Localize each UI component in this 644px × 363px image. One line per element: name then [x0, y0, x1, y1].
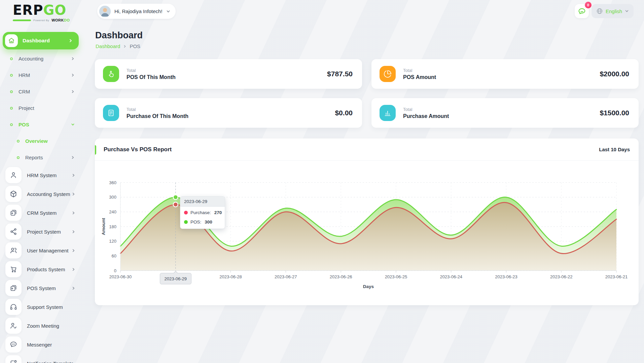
bullet-icon — [10, 74, 13, 77]
sidebar: Dashboard Accounting HRM CRM Project POS… — [0, 32, 83, 363]
stat-value: $0.00 — [335, 109, 353, 117]
sidebar-item-messenger[interactable]: Messenger — [0, 335, 83, 354]
x-axis-highlight-label: 2023-06-29 — [160, 273, 191, 284]
logo-underline — [13, 19, 31, 21]
language-label: English — [606, 8, 622, 14]
chevron-right-icon — [123, 45, 127, 48]
sidebar-item-products-system[interactable]: Products System — [0, 260, 83, 279]
sidebar-item-pos-reports[interactable]: Reports — [0, 149, 83, 166]
share-nodes-icon — [5, 224, 22, 240]
stat-title: Purchase Amount — [403, 113, 449, 119]
notification-template-icon — [5, 355, 22, 363]
chevron-right-icon — [72, 286, 75, 290]
stat-eyebrow: Total — [127, 68, 176, 73]
sidebar-item-project[interactable]: Project — [0, 100, 83, 116]
bullet-icon — [10, 107, 13, 110]
svg-text:2023-06-23: 2023-06-23 — [495, 274, 517, 279]
sidebar-item-zoom-meeting[interactable]: Zoom Meeting — [0, 316, 83, 335]
bullet-icon — [10, 90, 13, 93]
svg-text:2023-06-26: 2023-06-26 — [330, 274, 352, 279]
person-check-icon — [5, 318, 22, 334]
chevron-right-icon — [72, 249, 75, 252]
bullet-icon — [17, 156, 20, 159]
sidebar-item-pos[interactable]: POS — [0, 116, 83, 133]
sidebar-item-accounting-system[interactable]: Accounting System — [0, 185, 83, 203]
chevron-right-icon — [71, 90, 75, 93]
shopping-cart-icon — [5, 261, 22, 277]
bullet-icon — [10, 57, 13, 60]
stat-value: $787.50 — [327, 70, 353, 78]
chart-range-label: Last 10 Days — [599, 147, 630, 152]
svg-text:180: 180 — [109, 224, 116, 229]
sidebar-item-notification-template[interactable]: Notification Template — [0, 354, 83, 363]
tooltip-row-purchase: Purchase: 270 — [180, 207, 225, 216]
sidebar-item-pos-system[interactable]: POS System — [0, 279, 83, 297]
chevron-down-icon — [166, 9, 170, 13]
chevron-right-icon — [71, 156, 75, 159]
notification-badge: 0 — [585, 2, 592, 8]
invoice-icon — [103, 105, 119, 121]
stat-value: $1500.00 — [600, 109, 629, 117]
app-logo-text: ERPGO — [13, 3, 70, 17]
chevron-right-icon — [71, 73, 75, 77]
purchase-dot-icon — [184, 211, 188, 214]
card-accent-bar — [95, 145, 96, 155]
stat-card-pos-of-this-month: Total POS Of This Month $787.50 — [95, 59, 362, 89]
stat-card-purchase-of-this-month: Total Purchase Of This Month $0.00 — [95, 98, 362, 128]
user-menu[interactable]: Hi, Rajodiya Infotech! — [97, 4, 176, 19]
svg-text:120: 120 — [109, 239, 116, 244]
breadcrumb-current: POS — [130, 43, 140, 49]
sidebar-item-pos-overview[interactable]: Overview — [0, 133, 83, 149]
stat-eyebrow: Total — [403, 68, 436, 73]
home-icon — [5, 34, 18, 47]
cube-icon — [5, 186, 22, 202]
stat-value: $2000.00 — [600, 70, 629, 78]
sidebar-item-hrm-system[interactable]: HRM System — [0, 166, 83, 185]
tooltip-row-pos: POS: 300 — [180, 216, 225, 229]
svg-text:2023-06-25: 2023-06-25 — [385, 274, 407, 279]
chat-bubble-icon — [5, 336, 22, 353]
avatar — [99, 6, 111, 17]
stat-card-pos-amount: Total POS Amount $2000.00 — [371, 59, 639, 89]
sidebar-item-support-system[interactable]: Support System — [0, 297, 83, 316]
stat-title: Purchase Of This Month — [127, 113, 188, 119]
app-logo[interactable]: ERPGO Powered By WORKDO — [13, 3, 70, 22]
stat-title: POS Of This Month — [127, 74, 176, 80]
bar-chart-icon — [380, 105, 396, 121]
bullet-icon — [10, 123, 13, 126]
globe-icon — [596, 8, 603, 14]
users-icon — [5, 242, 22, 258]
sidebar-item-crm[interactable]: CRM — [0, 83, 83, 100]
breadcrumb-dashboard-link[interactable]: Dashboard — [96, 43, 120, 49]
sidebar-item-hrm[interactable]: HRM — [0, 67, 83, 83]
svg-text:2023-06-21: 2023-06-21 — [605, 274, 628, 279]
svg-text:2023-06-30: 2023-06-30 — [109, 274, 132, 279]
chart-body: 0601201802403003602023-06-302023-06-2820… — [95, 161, 639, 305]
powered-by: Powered By WORKDO — [13, 18, 70, 22]
svg-text:300: 300 — [109, 195, 116, 200]
stat-eyebrow: Total — [403, 107, 449, 112]
chevron-right-icon — [72, 173, 75, 177]
chevron-right-icon — [72, 211, 75, 215]
chevron-right-icon — [69, 39, 73, 43]
chevron-down-icon — [71, 123, 75, 126]
sidebar-item-user-management[interactable]: User Management — [0, 241, 83, 260]
stat-card-purchase-amount: Total Purchase Amount $1500.00 — [371, 98, 639, 128]
language-selector[interactable]: English — [592, 4, 634, 18]
chart-header: Purchase Vs POS Report Last 10 Days — [95, 138, 639, 161]
bullet-icon — [17, 140, 20, 143]
app-window-icon — [5, 280, 22, 296]
page-title: Dashboard — [95, 30, 143, 41]
app-window-icon — [5, 205, 22, 221]
sidebar-item-dashboard[interactable]: Dashboard — [3, 32, 79, 49]
chevron-right-icon — [71, 57, 75, 61]
notifications-button[interactable]: 0 — [575, 4, 589, 18]
hand-pointer-icon — [103, 66, 119, 82]
sidebar-item-accounting[interactable]: Accounting — [0, 50, 83, 67]
chat-notification-icon — [578, 7, 586, 15]
sidebar-item-project-system[interactable]: Project System — [0, 222, 83, 241]
sidebar-item-crm-system[interactable]: CRM System — [0, 203, 83, 222]
svg-text:360: 360 — [109, 180, 116, 185]
svg-text:0: 0 — [114, 268, 116, 273]
tooltip-date: 2023-06-29 — [180, 197, 225, 207]
